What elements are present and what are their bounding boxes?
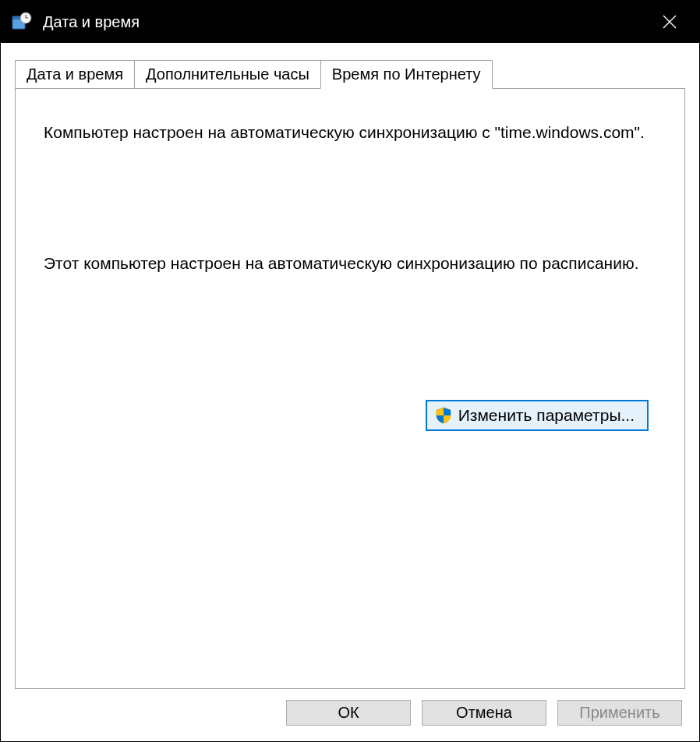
window-title: Дата и время [43, 13, 651, 31]
tab-additional-clocks[interactable]: Дополнительные часы [134, 60, 321, 88]
apply-button[interactable]: Применить [557, 700, 682, 726]
tab-panel-internet-time: Компьютер настроен на автоматическую син… [15, 88, 685, 689]
dialog-window: Дата и время Дата и время Дополнительные… [0, 0, 700, 742]
uac-shield-icon [435, 407, 452, 424]
dialog-body: Дата и время Дополнительные часы Время п… [1, 43, 699, 741]
tab-date-time[interactable]: Дата и время [15, 60, 135, 88]
tabstrip: Дата и время Дополнительные часы Время п… [15, 60, 685, 88]
datetime-icon [12, 12, 32, 32]
cancel-button[interactable]: Отмена [422, 700, 546, 726]
change-settings-row: Изменить параметры... [44, 400, 656, 431]
sync-status-text: Компьютер настроен на автоматическую син… [44, 122, 656, 143]
change-settings-label: Изменить параметры... [458, 406, 635, 425]
dialog-button-row: ОК Отмена Применить [15, 689, 685, 727]
titlebar: Дата и время [1, 1, 699, 43]
close-button[interactable] [651, 3, 688, 41]
close-icon [662, 14, 677, 30]
ok-button[interactable]: ОК [286, 700, 411, 726]
schedule-status-text: Этот компьютер настроен на автоматическу… [44, 253, 656, 274]
tab-internet-time[interactable]: Время по Интернету [320, 60, 493, 89]
change-settings-button[interactable]: Изменить параметры... [426, 400, 649, 431]
